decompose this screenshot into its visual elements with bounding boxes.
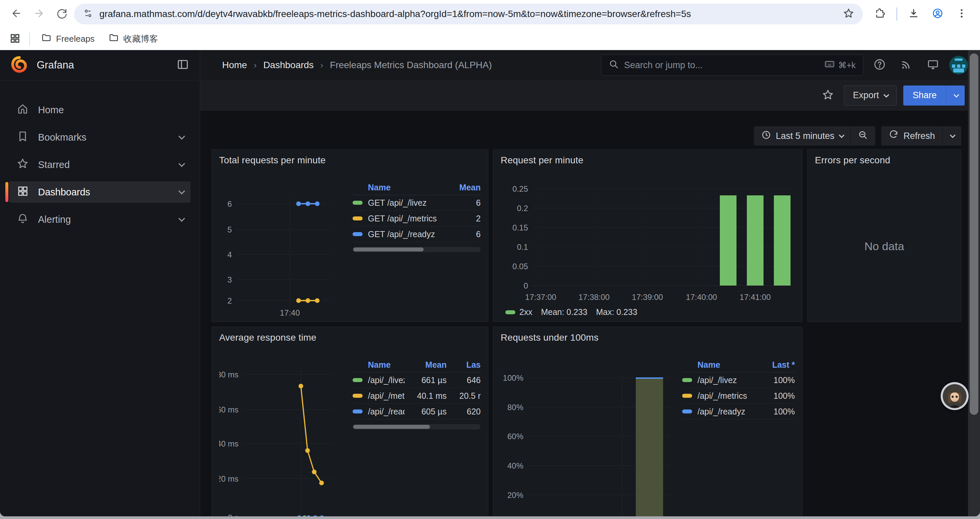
series-name[interactable]: 2xx xyxy=(519,307,532,317)
legend-row[interactable]: /api/_/readyz 100% xyxy=(682,404,795,420)
profile-button[interactable] xyxy=(927,4,948,24)
legend-row[interactable]: /api/_/readyz 605 µs 620 xyxy=(353,404,480,420)
forward-button[interactable] xyxy=(29,4,49,24)
col-name[interactable]: Name xyxy=(368,183,439,192)
zoom-out-button[interactable] xyxy=(851,126,875,145)
kiosk-mode-button[interactable] xyxy=(923,55,943,75)
svg-text:20%: 20% xyxy=(508,490,523,500)
bookmark-folder-blogs[interactable]: 收藏博客 xyxy=(103,30,164,48)
legend-row[interactable]: GET /api/_/readyz 6 xyxy=(353,227,480,242)
legend-scrollbar[interactable] xyxy=(353,247,480,252)
col-mean[interactable]: Mean xyxy=(444,183,480,192)
chevron-down-icon[interactable] xyxy=(178,188,185,194)
series-swatch-yellow xyxy=(682,394,692,398)
help-button[interactable] xyxy=(869,55,890,75)
page-scrollbar[interactable] xyxy=(968,50,980,516)
legend-row[interactable]: GET /api/_/livez 6 xyxy=(353,195,480,211)
search-shortcut: ⌘+k xyxy=(824,59,856,72)
sidebar-item-bookmarks[interactable]: Bookmarks xyxy=(10,126,191,148)
col-name[interactable]: Name xyxy=(368,360,405,370)
series-name: GET /api/_/livez xyxy=(368,198,439,208)
news-button[interactable] xyxy=(896,55,916,75)
series-name: /api/_/livez xyxy=(368,375,405,385)
time-range-picker[interactable]: Last 5 minutes xyxy=(754,126,851,145)
export-button[interactable]: Export xyxy=(844,86,897,105)
legend-row[interactable]: GET /api/_/metrics 2 xyxy=(353,211,480,227)
series-name: /api/_/readyz xyxy=(368,407,405,417)
sidebar-item-label: Dashboards xyxy=(38,187,90,198)
panel-title: Total requests per minute xyxy=(219,155,480,166)
share-split-button: Share xyxy=(903,86,965,105)
main-area: Home › Dashboards › Freeleaps Metrics Da… xyxy=(200,50,980,516)
legend-row[interactable]: /api/_/livez 661 µs 646 xyxy=(353,372,480,388)
svg-text:4: 4 xyxy=(228,250,232,259)
url-text[interactable]: grafana.mathmast.com/d/deytv4rwavabkb/fr… xyxy=(99,9,837,19)
zoom-out-icon xyxy=(858,130,868,142)
series-mean: 6 xyxy=(444,198,480,208)
grafana-app: Grafana Home Bookmarks Starred xyxy=(0,50,980,516)
reload-button[interactable] xyxy=(51,4,72,24)
favorite-dashboard-button[interactable] xyxy=(819,86,837,105)
scrollbar-thumb[interactable] xyxy=(970,53,978,415)
share-button[interactable]: Share xyxy=(903,86,946,105)
legend-row[interactable]: /api/_/livez 100% xyxy=(682,372,795,388)
svg-text:80%: 80% xyxy=(508,403,523,412)
breadcrumb-dashboards[interactable]: Dashboards xyxy=(263,60,313,70)
browser-toolbar: grafana.mathmast.com/d/deytv4rwavabkb/fr… xyxy=(0,0,980,28)
refresh-button[interactable]: Refresh xyxy=(881,126,942,145)
bookmark-folder-freeleaps[interactable]: Freeleaps xyxy=(36,30,100,48)
downloads-button[interactable] xyxy=(903,4,924,24)
series-swatch-green xyxy=(682,378,692,382)
sidebar-item-dashboards[interactable]: Dashboards xyxy=(10,181,191,203)
panel-request-per-minute[interactable]: Request per minute 0.25 xyxy=(493,149,803,322)
legend-row[interactable]: /api/_/metrics 100% xyxy=(682,388,795,404)
breadcrumb-home[interactable]: Home xyxy=(222,60,247,70)
user-avatar[interactable] xyxy=(949,56,968,75)
chevron-down-icon[interactable] xyxy=(178,215,185,222)
col-last[interactable]: Last * xyxy=(758,360,795,370)
bookmark-star-icon[interactable] xyxy=(843,8,854,21)
grafana-top-nav: Home › Dashboards › Freeleaps Metrics Da… xyxy=(200,50,980,80)
refresh-label: Refresh xyxy=(903,131,935,141)
panel-total-requests[interactable]: Total requests per minute 6 5 4 xyxy=(212,149,488,322)
grafana-logo-icon[interactable] xyxy=(11,56,28,75)
panel-errors-per-second[interactable]: Errors per second No data xyxy=(807,149,961,322)
series-swatch-blue xyxy=(353,232,363,236)
browser-menu-button[interactable] xyxy=(951,4,972,24)
svg-text:2: 2 xyxy=(228,296,232,305)
search-input[interactable]: Search or jump to... ⌘+k xyxy=(601,54,863,76)
share-menu-button[interactable] xyxy=(946,86,965,105)
sidebar-item-label: Alerting xyxy=(38,214,71,225)
extensions-button[interactable] xyxy=(870,4,890,24)
assistant-avatar[interactable] xyxy=(941,382,969,410)
back-button[interactable] xyxy=(6,4,27,24)
series-swatch-yellow xyxy=(353,216,363,220)
legend-row[interactable]: /api/_/metrics 40.1 ms 20.5 r xyxy=(353,388,480,404)
bookmark-label: Freeleaps xyxy=(56,34,95,44)
dock-sidebar-icon[interactable] xyxy=(177,58,189,72)
panel-requests-under-100ms[interactable]: Requests under 100ms 100% 80% xyxy=(493,327,803,516)
chevron-down-icon[interactable] xyxy=(178,160,185,167)
col-mean[interactable]: Mean xyxy=(410,360,447,370)
svg-text:5: 5 xyxy=(228,225,232,234)
refresh-interval-button[interactable] xyxy=(943,126,961,145)
panel-title: Requests under 100ms xyxy=(501,332,795,343)
chevron-down-icon[interactable] xyxy=(178,133,185,140)
sidebar-item-starred[interactable]: Starred xyxy=(10,154,191,175)
address-bar[interactable]: grafana.mathmast.com/d/deytv4rwavabkb/fr… xyxy=(74,4,863,24)
series-swatch-green xyxy=(505,310,515,314)
sidebar-item-alerting[interactable]: Alerting xyxy=(10,209,191,230)
series-mean: 605 µs xyxy=(410,407,447,417)
series-name: /api/_/metrics xyxy=(368,391,405,401)
legend-scrollbar[interactable] xyxy=(353,424,480,430)
apps-button[interactable] xyxy=(7,31,23,48)
forward-icon xyxy=(33,8,45,21)
sidebar-item-home[interactable]: Home xyxy=(10,99,191,121)
site-info-icon[interactable] xyxy=(83,8,94,20)
panel-avg-response-time[interactable]: Average response time 80 ms 60 ms 40 ms xyxy=(212,327,488,516)
col-last[interactable]: Las xyxy=(452,360,480,370)
sidebar-item-label: Home xyxy=(38,105,64,115)
search-placeholder: Search or jump to... xyxy=(624,60,819,70)
clock-icon xyxy=(761,130,771,142)
col-name[interactable]: Name xyxy=(697,360,753,370)
